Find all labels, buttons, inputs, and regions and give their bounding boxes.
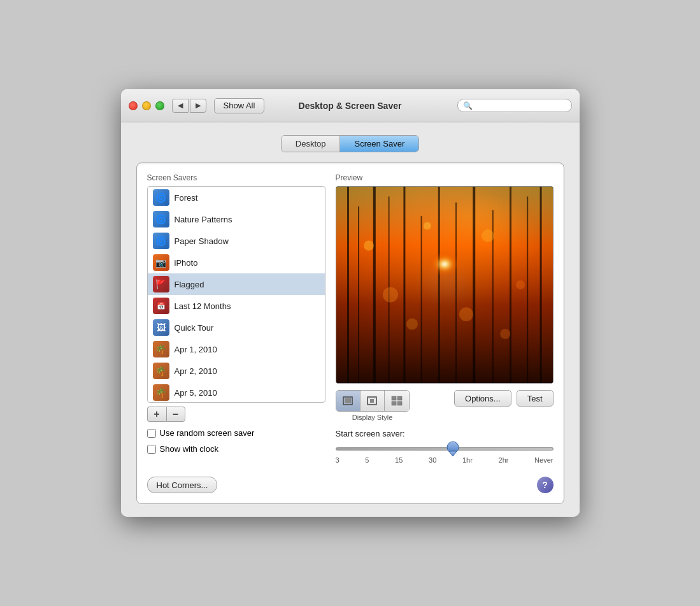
add-button[interactable]: +: [147, 407, 166, 422]
svg-rect-6: [420, 216, 422, 383]
slider-label: Start screen saver:: [336, 429, 554, 438]
tab-screen-saver[interactable]: Screen Saver: [340, 136, 418, 152]
calendar-icon: 📅: [153, 298, 169, 314]
nature-icon: 🌀: [153, 211, 169, 227]
svg-point-20: [459, 307, 473, 321]
svg-rect-34: [397, 401, 402, 405]
svg-point-15: [364, 240, 374, 250]
list-item[interactable]: 📅 Last 12 Months: [148, 295, 325, 317]
display-style-row: Display Style Options... Test: [336, 390, 554, 421]
test-button[interactable]: Test: [517, 390, 554, 407]
slider-thumb[interactable]: [446, 441, 459, 456]
apr5-label: Apr 5, 2010: [175, 388, 217, 398]
close-button[interactable]: [129, 101, 138, 110]
svg-point-18: [516, 280, 525, 289]
list-item[interactable]: 🌴 Apr 5, 2010: [148, 382, 325, 402]
slider-thumb-svg: [446, 441, 459, 456]
panel-body: Screen Savers 🌀 Forest 🌀 Nature Patterns: [147, 173, 554, 464]
tick-15: 15: [395, 456, 403, 464]
tick-never: Never: [534, 456, 553, 464]
search-box: 🔍: [457, 99, 572, 112]
svg-rect-11: [510, 187, 511, 383]
display-fit-button[interactable]: [336, 391, 361, 411]
fit-icon: [342, 396, 354, 406]
traffic-lights: [129, 101, 164, 110]
quicktour-label: Quick Tour: [175, 323, 214, 333]
list-item[interactable]: 🌀 Nature Patterns: [148, 208, 325, 230]
list-item-selected[interactable]: 🚩 Flagged: [148, 273, 325, 295]
slider-section: Start screen saver:: [336, 429, 554, 464]
list-item[interactable]: 🌴 Apr 1, 2010: [148, 338, 325, 360]
search-input[interactable]: [475, 101, 566, 110]
preview-trees: [336, 187, 553, 383]
svg-point-17: [482, 229, 494, 242]
random-checkbox-row: Use random screen saver: [147, 428, 325, 438]
tick-5: 5: [365, 456, 369, 464]
tab-desktop[interactable]: Desktop: [282, 136, 341, 152]
back-button[interactable]: ◀: [172, 99, 189, 113]
svg-rect-31: [392, 396, 396, 400]
left-panel: Screen Savers 🌀 Forest 🌀 Nature Patterns: [147, 173, 325, 464]
list-item[interactable]: 🌴 Apr 2, 2010: [148, 360, 325, 382]
tick-3: 3: [336, 456, 339, 464]
tick-30: 30: [429, 456, 436, 464]
list-item[interactable]: 🌀 Paper Shadow: [148, 230, 325, 252]
titlebar: ◀ ▶ Show All Desktop & Screen Saver 🔍: [121, 89, 580, 122]
list-controls: + –: [147, 407, 325, 422]
apr1-label: Apr 1, 2010: [175, 345, 217, 354]
random-checkbox[interactable]: [147, 429, 156, 438]
display-tile-button[interactable]: [385, 391, 409, 411]
maximize-button[interactable]: [155, 101, 164, 110]
content-area: Desktop Screen Saver Screen Savers 🌀 For…: [121, 122, 580, 517]
nature-patterns-label: Nature Patterns: [175, 215, 232, 224]
clock-checkbox[interactable]: [147, 445, 156, 454]
tick-1hr: 1hr: [462, 456, 473, 464]
svg-marker-36: [449, 451, 457, 456]
remove-button[interactable]: –: [166, 407, 185, 422]
right-panel: Preview: [336, 173, 554, 464]
svg-rect-2: [358, 206, 359, 383]
screen-savers-list-scroll[interactable]: 🌀 Forest 🌀 Nature Patterns 🌀 Paper Shado…: [148, 187, 325, 402]
tick-2hr: 2hr: [499, 456, 509, 464]
iphoto-label: iPhoto: [175, 258, 198, 268]
display-center-button[interactable]: [361, 391, 385, 411]
minimize-button[interactable]: [142, 101, 151, 110]
svg-rect-1: [347, 187, 349, 383]
quicktour-icon: 🖼: [153, 319, 169, 336]
window-title: Desktop & Screen Saver: [299, 101, 402, 111]
clock-checkbox-label: Show with clock: [160, 444, 218, 454]
preview-image: [336, 186, 554, 384]
svg-point-21: [423, 222, 431, 230]
last12-label: Last 12 Months: [175, 301, 231, 311]
list-item[interactable]: 🌀 Forest: [148, 187, 325, 208]
tab-bar: Desktop Screen Saver: [136, 135, 564, 152]
list-item[interactable]: 🖼 Quick Tour: [148, 317, 325, 338]
slider-ticks: 3 5 15 30 1hr 2hr Never: [336, 456, 554, 464]
help-button[interactable]: ?: [537, 477, 554, 493]
forward-button[interactable]: ▶: [190, 99, 206, 113]
bottom-bar: Hot Corners... ?: [147, 474, 554, 493]
svg-rect-13: [539, 187, 541, 383]
list-item[interactable]: 📷 iPhoto: [148, 252, 325, 273]
tile-icon: [391, 396, 403, 406]
display-style-label: Display Style: [352, 414, 393, 421]
preview-label: Preview: [336, 173, 554, 182]
slider-rail: [336, 447, 554, 451]
nav-buttons: ◀ ▶: [172, 99, 206, 113]
hot-corners-button[interactable]: Hot Corners...: [147, 477, 218, 493]
flagged-label: Flagged: [175, 280, 204, 289]
clock-checkbox-row: Show with clock: [147, 444, 325, 454]
svg-rect-12: [527, 196, 528, 383]
paper-shadow-label: Paper Shadow: [175, 236, 229, 246]
tab-container: Desktop Screen Saver: [281, 135, 419, 152]
show-all-button[interactable]: Show All: [214, 98, 265, 113]
main-panel: Screen Savers 🌀 Forest 🌀 Nature Patterns: [136, 162, 564, 504]
paper-icon: 🌀: [153, 233, 169, 249]
svg-point-16: [383, 287, 398, 302]
apr1-icon: 🌴: [153, 341, 169, 357]
options-button[interactable]: Options...: [454, 390, 511, 407]
display-style-group: Display Style: [336, 390, 410, 421]
iphoto-icon: 📷: [153, 254, 169, 271]
flagged-icon: 🚩: [153, 276, 169, 292]
preview-canvas: [336, 187, 553, 383]
